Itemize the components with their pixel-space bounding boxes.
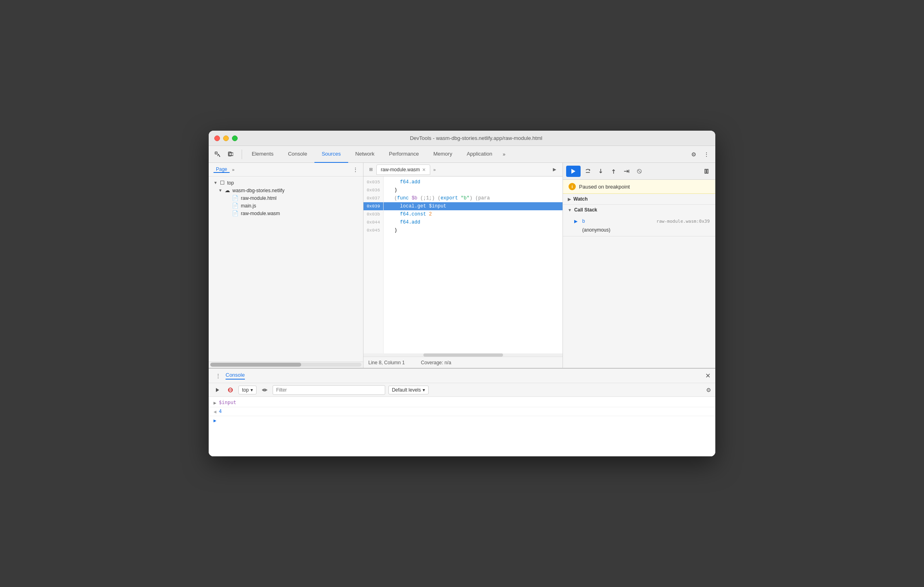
console-input-line[interactable]: ▶	[209, 416, 715, 425]
callstack-header[interactable]: ▼ Call Stack	[563, 205, 715, 215]
debug-panel: i Paused on breakpoint ▶ Watch ▼ Call St…	[563, 163, 715, 368]
tab-sources[interactable]: Sources	[314, 146, 348, 163]
console-options-btn[interactable]: ⋮	[214, 371, 222, 380]
code-local: local.get	[400, 203, 426, 209]
watch-header[interactable]: ▶ Watch	[563, 194, 715, 204]
code-paren-open: (	[394, 195, 397, 201]
console-close-btn[interactable]: ✕	[705, 373, 710, 379]
code-para: ) (para	[470, 195, 490, 201]
editor-run-btn[interactable]: ▶	[550, 165, 559, 174]
console-run-btn[interactable]	[213, 385, 222, 395]
callstack-item-b[interactable]: ▶ b raw-module.wasm:0x39	[563, 217, 715, 226]
code-indent	[388, 195, 394, 201]
device-toggle-btn[interactable]	[225, 149, 236, 160]
svg-point-18	[264, 389, 265, 391]
step-btn[interactable]	[621, 166, 632, 177]
titlebar: DevTools - wasm-dbg-stories.netlify.app/…	[209, 131, 715, 146]
tree-item-html[interactable]: 📄 raw-module.html	[209, 194, 363, 202]
code-content[interactable]: f64.add ) (func $b (;1;) (export "b") (p…	[384, 177, 563, 353]
context-dropdown-icon: ▾	[251, 387, 253, 393]
step-out-btn[interactable]	[608, 166, 619, 177]
callstack-item-name2: (anonymous)	[582, 227, 610, 233]
tab-network[interactable]: Network	[348, 146, 382, 163]
tab-console[interactable]: Console	[281, 146, 314, 163]
tab-memory[interactable]: Memory	[426, 146, 460, 163]
editor-tab-wasm[interactable]: raw-module.wasm ×	[376, 164, 430, 175]
more-options-btn[interactable]: ⋮	[701, 149, 712, 160]
console-toolbar: top ▾ Default levels ▾ ⚙	[209, 383, 715, 397]
levels-dropdown-icon: ▾	[423, 387, 425, 393]
svg-rect-0	[215, 152, 217, 154]
console-eye-btn[interactable]	[260, 385, 269, 395]
sidebar-h-scrollbar[interactable]	[210, 363, 361, 367]
more-tabs-btn[interactable]: »	[499, 146, 509, 163]
console-repl-input[interactable]	[219, 418, 710, 423]
code-indent2	[388, 211, 400, 217]
callstack-item-name: b	[582, 218, 585, 224]
fullscreen-button[interactable]	[232, 135, 238, 141]
sidebar-tab-page[interactable]: Page	[214, 166, 230, 173]
console-entry-arrow-out: ◀	[214, 409, 216, 415]
tree-label-wasm: raw-module.wasm	[241, 211, 280, 216]
nav-tabs: Elements Console Sources Network Perform…	[244, 146, 688, 163]
code-h-scrollbar[interactable]	[363, 353, 563, 357]
code-f64add2: f64.add	[400, 220, 420, 225]
console-title[interactable]: Console	[226, 372, 245, 380]
code-instr: f64.add	[400, 179, 420, 185]
console-content: ▶ $input ◀ 4 ▶	[209, 397, 715, 456]
sidebar-options-btn[interactable]: ⋮	[353, 166, 358, 173]
code-line-0x044: f64.add	[384, 218, 563, 226]
js-file-icon: 📄	[232, 203, 238, 209]
sidebar-tree: ▼ ☐ top ▼ ☁ wasm-dbg-stories.netlify 📄	[209, 177, 363, 361]
tab-elements[interactable]: Elements	[244, 146, 281, 163]
line-num-0x039: 0x039	[363, 202, 383, 210]
sidebar-more-tabs[interactable]: »	[232, 167, 234, 172]
editor-tab-more[interactable]: »	[432, 167, 437, 172]
code-line-0x03b: f64.const 2	[384, 210, 563, 218]
tree-item-origin[interactable]: ▼ ☁ wasm-dbg-stories.netlify	[209, 187, 363, 194]
minimize-button[interactable]	[223, 135, 229, 141]
svg-line-2	[218, 154, 218, 156]
traffic-lights	[214, 135, 238, 141]
callstack-item-arrow: ▶	[574, 219, 577, 224]
console-gear-btn[interactable]: ⚙	[706, 387, 711, 393]
code-area: 0x035 0x036 0x037 0x039 0x03b 0x044 0x04…	[363, 177, 563, 353]
tree-label-html: raw-module.html	[241, 195, 277, 201]
tab-application[interactable]: Application	[460, 146, 500, 163]
settings-btn[interactable]: ⚙	[688, 149, 699, 160]
tree-item-wasm[interactable]: 📄 raw-module.wasm	[209, 209, 363, 217]
tree-item-top[interactable]: ▼ ☐ top	[209, 179, 363, 187]
code-funcname: $b	[412, 195, 417, 201]
deactivate-btn[interactable]	[634, 166, 645, 177]
console-panel: ⋮ Console ✕ top ▾	[209, 368, 715, 456]
scrollbar-thumb	[210, 363, 301, 367]
svg-rect-14	[707, 169, 708, 173]
console-levels-select[interactable]: Default levels ▾	[388, 386, 429, 394]
html-file-icon: 📄	[232, 195, 238, 201]
levels-label: Default levels	[392, 387, 421, 393]
step-into-btn[interactable]	[595, 166, 606, 177]
callstack-item-anon[interactable]: ▶ (anonymous)	[563, 226, 715, 234]
editor-tab-toggle[interactable]: ⊞	[367, 166, 375, 174]
console-entry-input: ▶ $input	[209, 398, 715, 407]
console-clear-btn[interactable]	[226, 385, 235, 395]
folder-icon: ☐	[220, 180, 225, 186]
console-context-select[interactable]: top ▾	[238, 386, 257, 394]
step-over-btn[interactable]	[582, 166, 593, 177]
tab-performance[interactable]: Performance	[382, 146, 426, 163]
close-button[interactable]	[214, 135, 220, 141]
code-indent-hl	[388, 203, 400, 209]
devtools-window: DevTools - wasm-dbg-stories.netlify.app/…	[209, 131, 715, 456]
editor-tab-close[interactable]: ×	[422, 167, 425, 172]
code-line-0x036: )	[384, 186, 563, 194]
console-filter-input[interactable]	[273, 385, 385, 395]
resume-btn-group[interactable]	[566, 166, 581, 177]
breakpoint-message: Paused on breakpoint	[579, 184, 630, 190]
inspect-element-btn[interactable]	[212, 149, 223, 160]
code-keyword: func	[397, 195, 409, 201]
code-sp4	[426, 211, 429, 217]
tree-item-js[interactable]: 📄 main.js	[209, 202, 363, 209]
code-input-var: $input	[429, 203, 446, 209]
pause-exception-btn[interactable]	[701, 166, 712, 177]
code-line-0x039: local.get $input	[384, 202, 563, 210]
